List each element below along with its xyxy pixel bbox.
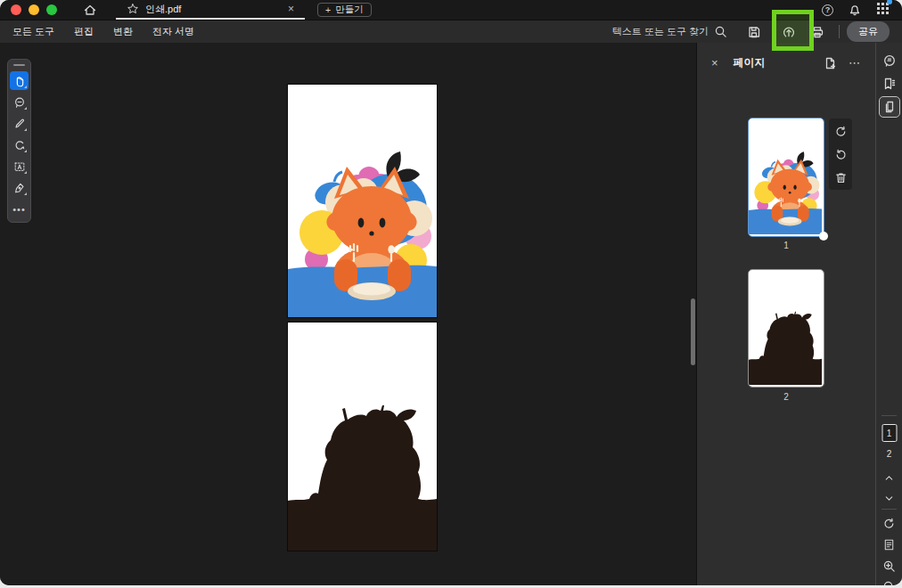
pdf-page-1 [288, 85, 437, 317]
trash-icon [834, 171, 848, 184]
traffic-lights [0, 4, 70, 15]
thumbnail-1-label: 1 [749, 241, 824, 250]
chevron-up-icon [883, 472, 895, 484]
share-button[interactable]: 공유 [847, 21, 890, 42]
chevron-down-icon [883, 493, 895, 504]
document-canvas[interactable]: ••• [0, 43, 696, 585]
quick-tools-panel: ••• [7, 59, 31, 223]
plus-icon: + [325, 4, 331, 15]
rotate-icon [882, 517, 896, 530]
delete-page-button[interactable] [832, 168, 849, 186]
panel-more-icon[interactable]: ⋯ [849, 56, 861, 69]
fox-illustration [288, 85, 437, 317]
curve-icon [13, 139, 26, 151]
main-toolbar: 모든 도구 편집 변환 전자 서명 텍스트 또는 도구 찾기 [0, 20, 902, 43]
notification-dot [887, 0, 892, 4]
panel-resize-handle[interactable] [691, 298, 695, 365]
hand-tool-button[interactable] [10, 71, 29, 90]
pencil-icon [13, 118, 26, 130]
rotate-ccw-icon [834, 148, 848, 161]
pencil-tool-button[interactable] [10, 114, 29, 133]
main-content: ••• × 페이지 ⋯ [0, 43, 902, 585]
draw-tool-button[interactable] [10, 135, 29, 154]
rotate-clockwise-button[interactable] [832, 122, 849, 140]
thumbnail-2-label: 2 [749, 392, 824, 402]
tools-drag-handle[interactable] [13, 64, 25, 66]
notifications-bell-icon[interactable] [848, 3, 862, 17]
toolbar-divider [839, 25, 840, 38]
more-tools-button[interactable]: ••• [10, 200, 29, 218]
insert-page-icon[interactable] [823, 56, 837, 70]
panel-close-icon[interactable]: × [711, 56, 718, 69]
save-button[interactable] [742, 22, 766, 42]
zoom-in-button[interactable] [879, 555, 900, 576]
menu-edit[interactable]: 편집 [74, 25, 94, 38]
rail-divider-2 [882, 509, 897, 510]
apps-grid-button[interactable] [876, 2, 890, 19]
create-button[interactable]: + 만들기 [317, 3, 372, 17]
rotate-view-button[interactable] [879, 512, 900, 534]
text-select-tool-button[interactable] [10, 157, 29, 176]
search-icon [714, 25, 727, 38]
page-thumbnail-2[interactable] [749, 270, 824, 387]
sign-nib-icon [13, 182, 26, 194]
add-comment-tool-button[interactable] [10, 93, 29, 111]
tab-close-icon[interactable]: × [288, 4, 294, 14]
help-icon: ? [825, 5, 831, 14]
pages-icon [882, 100, 897, 114]
save-icon [747, 25, 761, 39]
home-icon [83, 3, 97, 17]
menu-all-tools[interactable]: 모든 도구 [12, 25, 54, 38]
page-display-icon [882, 538, 896, 551]
zoom-in-icon [882, 559, 896, 573]
pages-panel-title: 페이지 [734, 55, 766, 70]
panel-header-icons: ⋯ [823, 56, 861, 70]
selection-handle-dot[interactable] [819, 232, 828, 241]
bookmark-icon [882, 77, 897, 91]
page-number-2[interactable]: 2 [887, 449, 892, 459]
acrobat-window: 인쇄.pdf × + 만들기 ? [0, 0, 902, 585]
menu-esign[interactable]: 전자 서명 [152, 25, 194, 38]
tabbar-right-icons: ? [822, 2, 902, 19]
share-button-label: 공유 [858, 26, 878, 37]
text-box-icon [13, 160, 26, 173]
page-number-current[interactable]: 1 [882, 424, 897, 442]
document-tab[interactable]: 인쇄.pdf × [116, 0, 305, 20]
comment-icon [13, 96, 26, 109]
signature-tool-button[interactable] [10, 178, 29, 197]
tab-bar: 인쇄.pdf × + 만들기 ? [0, 0, 902, 20]
thumbnail-actions-toolbar [829, 118, 852, 190]
previous-page-button[interactable] [879, 467, 900, 488]
page-display-settings-button[interactable] [879, 534, 900, 555]
star-icon [127, 3, 139, 15]
rail-divider [882, 415, 897, 416]
comments-panel-button[interactable] [879, 50, 900, 71]
pdf-page-2 [288, 323, 437, 551]
thumbnail-2-art [749, 270, 822, 385]
zoom-out-icon [882, 580, 896, 586]
more-tools-icon: ••• [12, 205, 26, 214]
comment-bubble-icon [882, 53, 897, 68]
maximize-window-button[interactable] [46, 4, 57, 15]
find-text-or-tools-button[interactable]: 텍스트 또는 도구 찾기 [612, 25, 727, 38]
zoom-out-button[interactable] [879, 576, 900, 585]
page-thumbnail-1[interactable] [749, 118, 824, 236]
create-button-label: 만들기 [335, 4, 364, 16]
page-thumbnails-panel-button[interactable] [879, 96, 900, 118]
bookmarks-panel-button[interactable] [879, 73, 900, 94]
toolbar-right: 텍스트 또는 도구 찾기 [612, 21, 890, 42]
menu-convert[interactable]: 변환 [113, 25, 133, 38]
close-window-button[interactable] [11, 4, 21, 15]
help-button[interactable]: ? [822, 4, 833, 16]
silhouette-illustration [288, 323, 437, 551]
rotate-counterclockwise-button[interactable] [832, 145, 849, 163]
highlight-annotation-box [772, 10, 814, 51]
tab-title: 인쇄.pdf [145, 3, 282, 16]
thumbnail-1-art [749, 118, 822, 234]
right-rail: 1 2 [875, 43, 902, 585]
next-page-button[interactable] [879, 487, 900, 509]
home-button[interactable] [77, 0, 103, 20]
pages-panel: × 페이지 ⋯ [696, 43, 875, 585]
search-label: 텍스트 또는 도구 찾기 [612, 25, 709, 38]
minimize-window-button[interactable] [29, 4, 39, 15]
